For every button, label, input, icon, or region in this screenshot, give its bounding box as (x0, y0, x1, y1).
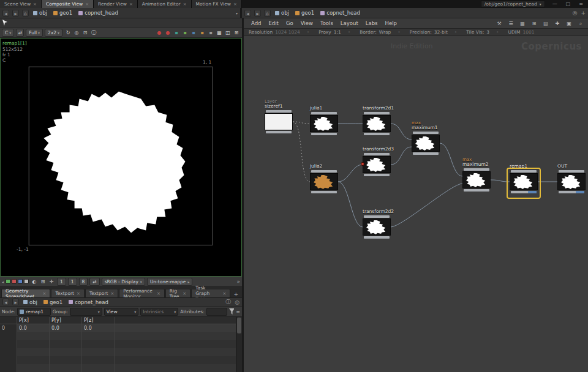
graph-node-OUT[interactable]: OUT (557, 170, 586, 193)
close-icon[interactable]: × (110, 291, 114, 296)
channel-swatch-3[interactable] (24, 279, 29, 284)
path-segment-copnet_head[interactable]: copnet_head (77, 10, 119, 16)
menu-layout[interactable]: Layout (337, 20, 362, 26)
back-button[interactable]: ◂ (2, 10, 9, 17)
swap-icon[interactable]: ⇄ (16, 29, 24, 37)
list-icon[interactable]: ☰ (507, 20, 514, 28)
layout-quad-icon[interactable]: ⊞ (233, 29, 240, 37)
path-segment-obj[interactable]: obj (32, 10, 48, 16)
blue-swatch-icon[interactable]: ▪ (190, 29, 197, 37)
close-icon[interactable]: × (77, 291, 80, 296)
view-select[interactable]: View ▾ (104, 308, 138, 316)
spreadsheet-scrollbar[interactable] (236, 317, 242, 372)
filter-funnel-icon[interactable] (229, 308, 234, 314)
desktop-tab-composite-view[interactable]: Composite View× (42, 0, 94, 8)
node-name-field[interactable]: remap1 (17, 308, 51, 316)
eyedropper-icon[interactable]: ◐ (31, 278, 38, 286)
graph-edge-transform2d2-maximum2[interactable] (391, 184, 462, 227)
panel-tab-textport[interactable]: Textport× (51, 289, 84, 297)
node-output-connector[interactable] (464, 189, 489, 192)
inspect-icon[interactable]: ⊡ (81, 29, 89, 37)
spreadsheet-table[interactable]: P[x]P[y]P[z]00.00.00.0 (0, 317, 236, 372)
close-icon[interactable]: × (183, 2, 187, 7)
graph-edge-transform2d1-maximum1[interactable] (391, 124, 412, 140)
menu-tools[interactable]: Tools (317, 20, 337, 26)
wrench-icon[interactable]: ⚒ (496, 20, 503, 28)
menu-edit[interactable]: Edit (265, 20, 282, 26)
graph-node-sizeref1[interactable]: Layersizeref1 (265, 110, 293, 133)
window-menu-icon[interactable]: ≡ (578, 1, 584, 7)
pan-icon[interactable]: ✛ (48, 278, 55, 286)
close-icon[interactable]: × (183, 291, 186, 296)
node-input-connector[interactable] (311, 112, 337, 114)
menu-help[interactable]: Help (382, 20, 401, 26)
teal-swatch-icon[interactable]: ▪ (173, 29, 180, 37)
panel-tab-geometry-spreadsheet[interactable]: Geometry Spreadsheet× (1, 289, 50, 297)
refresh-icon[interactable]: ↻ (64, 29, 72, 37)
graph-edge-julia2-transform2d2[interactable] (338, 182, 363, 227)
layout-split-icon[interactable]: ◫ (224, 29, 232, 37)
graph-node-remap1[interactable]: remap1 (510, 170, 538, 193)
record-red2-icon[interactable]: ● (164, 29, 172, 37)
rows-icon[interactable]: ▤ (542, 20, 549, 28)
path-segment-copnet_head[interactable]: copnet_head (67, 299, 110, 305)
node-input-connector[interactable] (311, 170, 337, 173)
grid-small-icon[interactable]: ▦ (519, 20, 526, 28)
menu-view[interactable]: View (297, 20, 317, 26)
panel-tab-task-graph-table[interactable]: Task Graph Table× (191, 289, 230, 297)
channel-swatch-0[interactable] (6, 279, 10, 284)
desktop-tab-motion-fx-view[interactable]: Motion FX View× (192, 0, 242, 8)
panel-tab-rig-tree[interactable]: Rig Tree× (165, 289, 190, 297)
view-mode-select[interactable]: Full ▾ (26, 29, 43, 37)
new-tab-icon[interactable]: + (581, 10, 586, 16)
node-input-connector[interactable] (266, 110, 292, 113)
column-header-P[z][interactable]: P[z] (82, 317, 115, 324)
back-button[interactable]: ◂ (2, 299, 9, 305)
camera-icon[interactable]: ▣ (565, 20, 573, 28)
gray-swatch-icon[interactable]: ▪ (207, 29, 214, 37)
back-button[interactable]: ◂ (244, 10, 251, 17)
composite-viewport[interactable]: remap1[1] 512x512 fr 1 C 1, 1 -1, -1 (0, 38, 242, 277)
collapse-icon[interactable]: ◂ (2, 280, 4, 284)
desktop-tab-scene-view[interactable]: Scene View× (0, 0, 42, 8)
home-button[interactable]: ⌂ (264, 10, 271, 17)
forward-button[interactable]: ▸ (12, 299, 19, 305)
table-row[interactable]: 00.00.00.0 (0, 324, 236, 332)
graph-edge-maximum2-remap1[interactable] (491, 180, 510, 182)
column-header-P[x][interactable]: P[x] (17, 317, 50, 324)
close-icon[interactable]: × (223, 291, 227, 296)
orange-swatch-icon[interactable]: ▪ (198, 29, 206, 37)
plane-select[interactable]: C ▾ (2, 29, 14, 37)
panel-tab-textport[interactable]: Textport× (85, 289, 118, 297)
node-output-connector[interactable] (364, 133, 390, 135)
attributes-input[interactable] (206, 308, 227, 316)
info-icon[interactable]: ⓘ (90, 29, 97, 37)
node-input-connector[interactable] (413, 132, 439, 134)
channel-swatch-2[interactable] (18, 279, 23, 284)
graph-node-transform2d3[interactable]: transform2d3 (363, 153, 391, 176)
graph-node-julia2[interactable]: julia2 (310, 170, 338, 193)
node-input-connector[interactable] (559, 170, 584, 173)
new-panel-tab-icon[interactable]: + (231, 291, 241, 297)
swap-ab-icon[interactable]: ⇄ (89, 278, 99, 286)
home-button[interactable]: ⌂ (22, 10, 29, 17)
node-output-connector[interactable] (311, 133, 337, 135)
pin-icon[interactable]: ◎ (573, 10, 578, 16)
panel-tab-performance-monitor[interactable]: Performance Monitor× (119, 289, 165, 297)
graph-edge-sizeref1-julia2[interactable] (293, 122, 310, 182)
window-path-field[interactable]: /obj/geo1/copnet_head ▾ (481, 1, 545, 7)
close-icon[interactable]: × (129, 2, 133, 7)
desktop-tab-animation-editor[interactable]: Animation Editor× (138, 0, 192, 8)
graph-node-maximum1[interactable]: maxmaximum1 (412, 132, 440, 155)
graph-edge-transform2d3-maximum1[interactable] (391, 147, 412, 165)
gamma-stepper[interactable]: 1 (68, 278, 77, 286)
node-output-connector[interactable] (364, 174, 390, 176)
node-input-connector[interactable] (364, 112, 390, 114)
close-icon[interactable]: × (157, 291, 160, 296)
node-output-connector[interactable] (266, 131, 292, 133)
node-input-connector[interactable] (364, 153, 390, 155)
group-input[interactable]: ▾ (70, 308, 102, 316)
checker-icon[interactable]: ⊞ (39, 278, 47, 286)
grid-large-icon[interactable]: ⊞ (530, 20, 538, 28)
graph-node-julia1[interactable]: julia1 (310, 112, 338, 135)
